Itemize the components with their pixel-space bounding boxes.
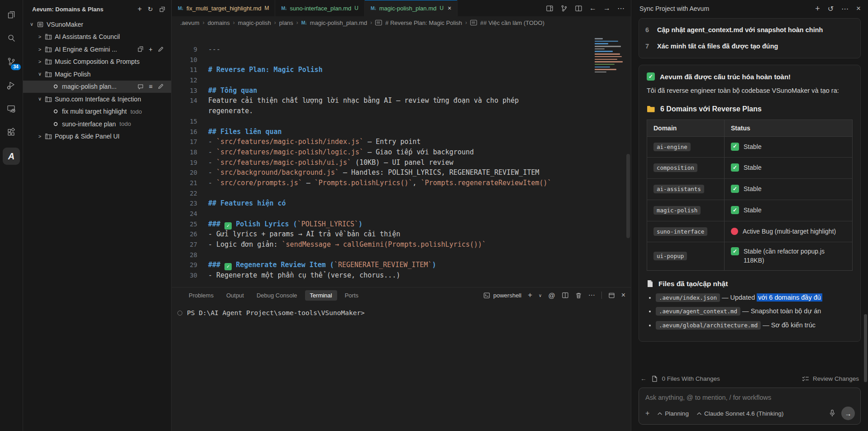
- new-plan-icon[interactable]: [137, 46, 144, 53]
- more-actions-icon[interactable]: ⋯: [617, 4, 625, 13]
- terminal-dropdown-icon[interactable]: ∨: [539, 293, 542, 298]
- todo-number: 6: [645, 26, 651, 35]
- terminal-prompt[interactable]: PS D:\AI Agent Project\some-tools\VSunoM…: [177, 309, 631, 316]
- collapse-icon[interactable]: ←: [640, 375, 647, 382]
- source-control-icon[interactable]: 34: [0, 50, 23, 73]
- markdown-file-icon: M↓: [301, 20, 307, 25]
- close-panel-icon[interactable]: ×: [856, 4, 861, 13]
- comment-icon[interactable]: [137, 83, 144, 90]
- tree-item-popup-side-panel[interactable]: > Popup & Side Panel UI: [23, 130, 171, 143]
- send-button[interactable]: →: [841, 407, 855, 420]
- add-icon[interactable]: +: [138, 5, 142, 13]
- status-text: Stable: [744, 163, 762, 172]
- status-text: Active Bug (multi-target highlight): [743, 227, 836, 236]
- mic-icon[interactable]: [829, 409, 836, 417]
- forward-icon[interactable]: →: [603, 4, 610, 12]
- remote-explorer-icon[interactable]: [0, 97, 23, 120]
- more-icon[interactable]: ⋯: [841, 5, 849, 13]
- tab-problems[interactable]: Problems: [184, 290, 219, 301]
- source-graph-icon[interactable]: [560, 5, 568, 12]
- file-path-chip: .aevum/index.json: [656, 293, 720, 302]
- tab-terminal[interactable]: Terminal: [305, 290, 337, 301]
- tree-item-suno-interface-plan[interactable]: suno-interface plan todo: [23, 118, 171, 130]
- tree-item-ai-assistants[interactable]: > AI Assistants & Council: [23, 31, 171, 43]
- attach-icon[interactable]: @: [548, 292, 555, 299]
- new-chat-icon[interactable]: +: [815, 4, 820, 14]
- panel-scrollbar[interactable]: [864, 314, 867, 382]
- run-debug-icon[interactable]: [0, 73, 23, 97]
- tab-magic-polish-plan[interactable]: M↓ magic-polish_plan.md U ×: [365, 0, 458, 16]
- tree-item-ai-engine[interactable]: > AI Engine & Gemini ... +: [23, 43, 171, 56]
- breadcrumb-item[interactable]: domains: [208, 19, 230, 26]
- tree-item-label: Music Composition & Prompts: [55, 58, 140, 65]
- chat-messages: 6 Cập nhật agent_context.md với snapshot…: [631, 17, 868, 370]
- tab-debug-console[interactable]: Debug Console: [252, 290, 302, 301]
- breadcrumb-item[interactable]: plans: [279, 19, 293, 26]
- pencil-icon[interactable]: [157, 83, 164, 90]
- activity-bar: 34 A: [0, 0, 23, 431]
- tree-item-music-composition[interactable]: > Music Composition & Prompts: [23, 56, 171, 68]
- tree-item-magic-polish-plan[interactable]: magic-polish plan... ≡: [23, 81, 171, 93]
- split-editor-icon[interactable]: [575, 5, 582, 12]
- more-actions-icon[interactable]: ⋯: [588, 291, 595, 299]
- maximize-panel-icon[interactable]: [608, 292, 615, 299]
- mode-selector[interactable]: Planning: [658, 410, 689, 417]
- editor-scrollbar[interactable]: [626, 154, 630, 238]
- code-line: 26- Gửi lyrics + params → AI trả về bản …: [172, 229, 631, 239]
- editor-actions: ← → ⋯: [539, 0, 631, 16]
- kill-terminal-icon[interactable]: [575, 292, 582, 299]
- close-panel-icon[interactable]: ×: [621, 291, 625, 299]
- aevum-chat-panel: Sync Project with Aevum + ↺ ⋯ × 6 Cập nh…: [631, 0, 868, 431]
- code-line: 22: [172, 188, 631, 199]
- plan-circle-icon: [52, 83, 59, 90]
- tree-item-vsunomaker[interactable]: ∨ VSunoMaker: [23, 18, 171, 31]
- code-line: 30- Regenerate một phần cụ thể (verse, c…: [172, 270, 631, 281]
- search-icon[interactable]: [0, 26, 23, 50]
- tab-output[interactable]: Output: [221, 290, 249, 301]
- aevum-extension-icon[interactable]: A: [0, 144, 23, 168]
- tree-item-magic-polish[interactable]: ∨ Magic Polish: [23, 68, 171, 81]
- code-line: 11# Reverse Plan: Magic Polish: [172, 65, 631, 75]
- breadcrumb-item[interactable]: ## Việc cần làm (TODO): [480, 19, 544, 26]
- close-tab-icon[interactable]: ×: [448, 5, 451, 12]
- model-selector[interactable]: Claude Sonnet 4.6 (Thinking): [697, 410, 784, 417]
- extensions-icon[interactable]: [0, 120, 23, 144]
- tab-suno-interface-plan[interactable]: M↓ suno-interface_plan.md U: [275, 0, 365, 16]
- explorer-icon[interactable]: [0, 3, 23, 26]
- duplicate-icon[interactable]: [159, 6, 166, 13]
- markdown-file-icon: M↓: [178, 5, 183, 11]
- pencil-icon[interactable]: [157, 46, 164, 53]
- todo-text: Xác minh tất cả files đã được tạo đúng: [657, 42, 778, 51]
- add-context-icon[interactable]: +: [645, 409, 649, 417]
- tree-item-label: Popup & Side Panel UI: [55, 133, 119, 140]
- tree-item-suno-interface[interactable]: ∨ Suno.com Interface & Injection: [23, 93, 171, 105]
- breadcrumb-item[interactable]: # Reverse Plan: Magic Polish: [385, 19, 462, 26]
- shell-selector[interactable]: powershell: [483, 292, 521, 299]
- tree-item-fix-multi-target[interactable]: fix multi target highlight todo: [23, 105, 171, 118]
- git-untracked-badge: U: [354, 5, 358, 11]
- new-terminal-icon[interactable]: +: [528, 291, 532, 300]
- open-side-panel-icon[interactable]: [546, 5, 553, 12]
- split-terminal-icon[interactable]: [562, 292, 569, 299]
- refresh-icon[interactable]: ↻: [148, 5, 153, 13]
- check-icon: ✓: [731, 206, 739, 214]
- breadcrumb-item[interactable]: .aevum: [180, 19, 200, 26]
- minimap[interactable]: [595, 38, 624, 74]
- todo-list-card: 6 Cập nhật agent_context.md với snapshot…: [639, 18, 861, 58]
- breadcrumb-item[interactable]: magic-polish_plan.md: [310, 19, 367, 26]
- domains-table: Domain Status ai-engine ✓Stable composit…: [647, 120, 853, 271]
- tab-fix-multi-target-highlight[interactable]: M↓ fix_multi_target_highlight.md M: [172, 0, 275, 16]
- code-editor[interactable]: 9--- 10 11# Reverse Plan: Magic Polish 1…: [172, 29, 631, 287]
- back-icon[interactable]: ←: [589, 4, 596, 12]
- table-header-row: Domain Status: [647, 120, 853, 136]
- files-changes-label: 0 Files With Changes: [662, 375, 720, 382]
- list-icon[interactable]: ≡: [149, 83, 153, 90]
- chat-input-box[interactable]: Ask anything, @ to mention, / for workfl…: [639, 388, 861, 425]
- tab-ports[interactable]: Ports: [340, 290, 363, 301]
- message-paragraph: Tôi đã reverse engineer toàn bộ codebase…: [647, 86, 853, 96]
- history-icon[interactable]: ↺: [828, 5, 834, 13]
- plus-icon[interactable]: +: [149, 46, 153, 53]
- breadcrumb-item[interactable]: magic-polish: [238, 19, 271, 26]
- review-changes-button[interactable]: Review Changes: [802, 375, 859, 382]
- file-path-chip: .aevum/global/architecture.md: [656, 321, 761, 330]
